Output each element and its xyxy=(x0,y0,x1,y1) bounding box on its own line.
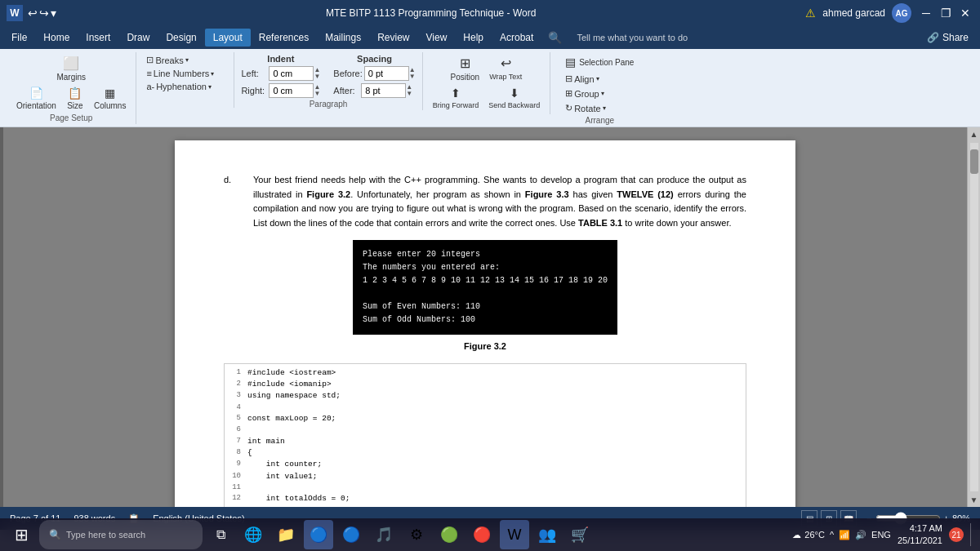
code-line-6: 6 xyxy=(228,424,742,436)
menu-mailings[interactable]: Mailings xyxy=(317,29,369,47)
weather-widget: ☁ 26°C xyxy=(792,530,825,540)
restore-button[interactable]: ❐ xyxy=(938,5,954,21)
menu-acrobat[interactable]: Acrobat xyxy=(492,29,541,47)
tray-arrow[interactable]: ^ xyxy=(830,530,834,540)
indent-left-field[interactable]: ▲ ▼ xyxy=(269,66,320,81)
indent-right-field[interactable]: ▲ ▼ xyxy=(269,83,320,98)
vertical-scrollbar[interactable]: ▲ ▼ xyxy=(967,127,980,507)
word-icon: W xyxy=(7,5,23,21)
size-button[interactable]: 📋 Size xyxy=(63,85,87,112)
code-line-2: 2#include <iomanip> xyxy=(228,379,742,390)
close-button[interactable]: ✕ xyxy=(957,5,973,21)
undo-redo-group: ↩ ↪ ▾ xyxy=(28,7,56,20)
scroll-thumb[interactable] xyxy=(970,149,978,174)
page-area[interactable]: d. Your best friend needs help with the … xyxy=(3,127,967,507)
position-button[interactable]: ⊞ Position xyxy=(448,54,483,83)
taskbar-spotify-icon[interactable]: 🎵 xyxy=(369,520,399,549)
indent-right-down[interactable]: ▼ xyxy=(314,91,320,97)
menu-review[interactable]: Review xyxy=(369,29,417,47)
send-backward-button[interactable]: ⬇ Send Backward xyxy=(485,85,543,111)
spacing-before-field[interactable]: ▲ ▼ xyxy=(364,66,416,81)
align-button[interactable]: ⊟ Align ▾ xyxy=(562,73,602,85)
network-icon[interactable]: 📶 xyxy=(839,530,850,540)
hyphenation-button[interactable]: a- Hyphenation ▾ xyxy=(143,81,227,92)
taskbar-app2-icon[interactable]: 🔵 xyxy=(336,520,366,549)
clock[interactable]: 4:17 AM 25/11/2021 xyxy=(898,522,942,548)
taskbar-app3-icon[interactable]: 🟢 xyxy=(434,520,464,549)
wrap-text-button[interactable]: ↩ Wrap Text xyxy=(486,54,525,83)
search-bar[interactable]: 🔍 Type here to search xyxy=(39,520,203,549)
code-line-9: 9 int counter; xyxy=(228,459,742,470)
terminal-line-4 xyxy=(363,287,608,300)
menu-home[interactable]: Home xyxy=(35,29,78,47)
spacing-after-input[interactable] xyxy=(361,83,406,98)
ribbon-group-image: ⊞ Position ↩ Wrap Text ⬆ Bring Forward ⬇ xyxy=(423,52,551,114)
menu-view[interactable]: View xyxy=(418,29,456,47)
indent-left-down[interactable]: ▼ xyxy=(314,73,320,80)
taskbar-store-icon[interactable]: 🛒 xyxy=(565,520,595,549)
selection-pane-button[interactable]: ▤ Selection Pane xyxy=(562,54,637,70)
terminal-line-3: 1 2 3 4 5 6 7 8 9 10 11 12 13 14 15 16 1… xyxy=(363,274,608,287)
code-line-4: 4 xyxy=(228,402,742,414)
task-view-button[interactable]: ⧉ xyxy=(206,520,235,549)
taskbar-app1-icon[interactable]: 🔵 xyxy=(304,520,333,549)
terminal-line-5: Sum of Even Numbers: 110 xyxy=(363,300,608,313)
bring-forward-button[interactable]: ⬆ Bring Forward xyxy=(430,85,483,111)
taskbar: ⊞ 🔍 Type here to search ⧉ 🌐 📁 🔵 🔵 🎵 ⚙ 🟢 … xyxy=(0,518,980,551)
share-button[interactable]: 🔗 Share xyxy=(919,29,977,47)
indent-left-input[interactable] xyxy=(269,66,314,81)
menu-file[interactable]: File xyxy=(3,29,35,47)
undo-button[interactable]: ↩ xyxy=(28,7,38,20)
terminal-line-2: The numbers you entered are: xyxy=(363,261,608,274)
terminal-output: Please enter 20 integers The numbers you… xyxy=(353,240,617,335)
group-button[interactable]: ⊞ Group ▾ xyxy=(562,87,608,100)
spacing-before-input[interactable] xyxy=(364,66,409,81)
spacing-before-down[interactable]: ▼ xyxy=(409,73,416,80)
minimize-button[interactable]: ─ xyxy=(918,5,934,21)
start-button[interactable]: ⊞ xyxy=(7,520,36,549)
user-avatar[interactable]: AG xyxy=(892,3,911,23)
terminal-line-6: Sum of Odd Numbers: 100 xyxy=(363,313,608,327)
item-d-text: Your best friend needs help with the C++… xyxy=(253,173,746,230)
ribbon-group-paragraph: Indent Left: ▲ ▼ Right: xyxy=(234,52,422,110)
indent-right-input[interactable] xyxy=(269,83,314,98)
redo-button[interactable]: ↪ xyxy=(39,7,49,20)
columns-button[interactable]: ▦ Columns xyxy=(91,85,129,112)
tell-me-input[interactable]: Tell me what you want to do xyxy=(568,29,696,46)
date-display: 25/11/2021 xyxy=(898,535,942,547)
menu-references[interactable]: References xyxy=(251,29,317,47)
notification-badge[interactable]: 21 xyxy=(949,527,964,542)
taskbar-folder-icon[interactable]: 📁 xyxy=(271,520,301,549)
taskbar-chrome-icon[interactable]: ⚙ xyxy=(402,520,431,549)
margins-button[interactable]: ⬜ Margins xyxy=(53,54,89,83)
speaker-icon[interactable]: 🔊 xyxy=(855,530,866,540)
taskbar-word-icon[interactable]: W xyxy=(500,520,529,549)
menu-design[interactable]: Design xyxy=(158,29,204,47)
title-bar-title: MTE BITP 1113 Programming Technique - Wo… xyxy=(56,7,805,19)
code-line-5: 5const maxLoop = 20; xyxy=(228,413,742,424)
scroll-track[interactable] xyxy=(970,143,978,491)
system-tray: ☁ 26°C ^ 📶 🔊 ENG xyxy=(792,530,891,540)
scroll-up-arrow[interactable]: ▲ xyxy=(968,127,980,141)
scroll-down-arrow[interactable]: ▼ xyxy=(968,493,980,507)
show-desktop-button[interactable] xyxy=(970,523,973,546)
menu-insert[interactable]: Insert xyxy=(78,29,118,47)
language-indicator[interactable]: ENG xyxy=(871,530,891,540)
taskbar-edge-icon[interactable]: 🌐 xyxy=(238,520,268,549)
figure33-ref: Figure 3.3 xyxy=(525,189,569,199)
rotate-button[interactable]: ↻ Rotate ▾ xyxy=(562,102,608,114)
menu-help[interactable]: Help xyxy=(455,29,492,47)
customize-quick-access[interactable]: ▾ xyxy=(51,7,56,20)
orientation-button[interactable]: 📄 Orientation xyxy=(13,85,60,112)
title-bar-right: ⚠ ahmed garcad AG ─ ❐ ✕ xyxy=(805,3,973,23)
line-numbers-button[interactable]: ≡ Line Numbers ▾ xyxy=(143,68,227,79)
spacing-after-down[interactable]: ▼ xyxy=(406,91,412,97)
taskbar-teams-icon[interactable]: 👥 xyxy=(532,520,562,549)
ribbon-group-arrange: ▤ Selection Pane ⊟ Align ▾ ⊞ Group ▾ ↻ R… xyxy=(550,52,648,127)
menu-layout[interactable]: Layout xyxy=(205,29,251,47)
code-line-1: 1#include <iostream> xyxy=(228,367,742,379)
breaks-button[interactable]: ⊡ Breaks ▾ xyxy=(143,54,227,66)
menu-draw[interactable]: Draw xyxy=(118,29,158,47)
spacing-after-field[interactable]: ▲ ▼ xyxy=(361,83,412,98)
taskbar-app4-icon[interactable]: 🔴 xyxy=(467,520,497,549)
